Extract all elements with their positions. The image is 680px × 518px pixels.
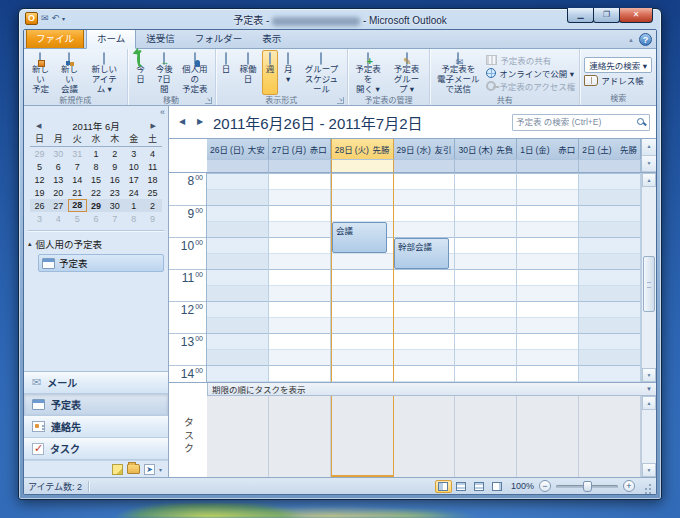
calendar-tree-item[interactable]: 予定表: [38, 254, 164, 272]
minical-day-cell[interactable]: 23: [105, 186, 124, 199]
minical-day-cell[interactable]: 10: [124, 160, 143, 173]
previous-month-icon[interactable]: ◀: [36, 122, 41, 130]
view-mode-rows-button[interactable]: [453, 480, 470, 493]
tab-folder[interactable]: フォルダー: [185, 29, 253, 48]
minical-day-cell[interactable]: 16: [105, 173, 124, 186]
zoom-in-button[interactable]: +: [623, 480, 635, 492]
minical-day-cell[interactable]: 19: [30, 186, 49, 199]
minical-day-cell[interactable]: 29: [30, 147, 49, 160]
task-day-cell[interactable]: [394, 396, 456, 477]
day-header-cell[interactable]: 27日(月)赤口: [269, 139, 331, 159]
minical-day-cell[interactable]: 17: [124, 173, 143, 186]
minical-day-cell[interactable]: 15: [87, 173, 106, 186]
minical-day-cell[interactable]: 6: [87, 212, 106, 225]
day-column[interactable]: [331, 173, 394, 382]
day-column[interactable]: [517, 173, 579, 382]
minical-day-cell[interactable]: 22: [87, 186, 106, 199]
nav-tasks-button[interactable]: タスク: [24, 438, 168, 460]
minical-day-cell[interactable]: 8: [124, 212, 143, 225]
allday-expand-up-icon[interactable]: ▲: [642, 139, 656, 156]
zoom-out-button[interactable]: −: [539, 480, 551, 492]
search-input[interactable]: [516, 117, 637, 127]
all-day-cell[interactable]: [394, 159, 456, 172]
publish-online-button[interactable]: オンラインで公開 ▾: [484, 67, 577, 79]
minical-day-cell[interactable]: 21: [68, 186, 87, 199]
minical-day-cell[interactable]: 7: [68, 160, 87, 173]
day-header-cell[interactable]: 30日(木)先負: [455, 139, 517, 159]
vertical-scrollbar[interactable]: ▲ ▼: [641, 173, 656, 382]
folder-list-icon[interactable]: [127, 464, 140, 474]
minical-day-cell[interactable]: 30: [105, 199, 124, 212]
minical-day-cell[interactable]: 29: [87, 199, 106, 212]
allday-expand-down-icon[interactable]: ▼: [642, 156, 656, 173]
task-header-chevron-icon[interactable]: ▼: [646, 386, 652, 392]
nav-calendar-button[interactable]: 予定表: [24, 394, 168, 416]
minical-day-cell[interactable]: 18: [143, 173, 162, 186]
titlebar[interactable]: O ✉ ↶ ▾ 予定表 - - Microsoft Outlook ▁ ❐ ✕: [19, 9, 661, 29]
work-week-view-button[interactable]: 稼働日: [234, 50, 262, 95]
view-mode-normal-button[interactable]: [435, 480, 452, 493]
maximize-button[interactable]: ❐: [593, 8, 620, 23]
day-column[interactable]: [394, 173, 456, 382]
all-day-cell[interactable]: [517, 159, 579, 172]
ribbon-collapse-icon[interactable]: ▲: [628, 37, 634, 43]
today-button[interactable]: 今日: [130, 50, 152, 95]
minical-day-cell[interactable]: 3: [124, 147, 143, 160]
all-day-cell[interactable]: [455, 159, 517, 172]
scroll-up-icon[interactable]: ▲: [642, 173, 656, 187]
minical-day-cell[interactable]: 12: [30, 173, 49, 186]
next-7-days-button[interactable]: → 今後 7日間: [151, 50, 177, 95]
minical-day-cell[interactable]: 9: [143, 212, 162, 225]
task-day-cell[interactable]: [331, 396, 394, 477]
minical-day-cell[interactable]: 20: [49, 186, 68, 199]
task-scroll-down-icon[interactable]: ▼: [642, 463, 656, 477]
open-calendar-button[interactable]: + 予定表を 開く ▾: [350, 50, 386, 95]
day-column[interactable]: [455, 173, 517, 382]
minical-day-cell[interactable]: 13: [49, 173, 68, 186]
minical-day-cell[interactable]: 1: [124, 199, 143, 212]
all-day-cell[interactable]: [269, 159, 331, 172]
minical-day-cell[interactable]: 5: [30, 160, 49, 173]
task-day-cell[interactable]: [579, 396, 641, 477]
find-contact-combo[interactable]: 連絡先の検索 ▾: [582, 57, 654, 73]
day-column[interactable]: [579, 173, 641, 382]
minical-day-cell[interactable]: 24: [124, 186, 143, 199]
minical-day-cell[interactable]: 11: [143, 160, 162, 173]
arrange-dialog-launcher-icon[interactable]: ↘: [337, 97, 344, 104]
minical-day-cell[interactable]: 6: [49, 160, 68, 173]
task-scrollbar[interactable]: ▲ ▼: [641, 396, 656, 477]
day-column[interactable]: [207, 173, 269, 382]
day-header-cell[interactable]: 29日(水)友引: [394, 139, 456, 159]
all-day-cell[interactable]: [579, 159, 641, 172]
my-calendar-button[interactable]: 個人用の 予定表: [177, 50, 213, 95]
task-list-header[interactable]: 期限の順にタスクを表示 ▼: [207, 383, 656, 396]
shortcuts-icon[interactable]: ➤: [144, 464, 155, 475]
day-header-cell[interactable]: 26日(日)大安: [207, 139, 269, 159]
resize-grip[interactable]: [642, 481, 652, 491]
new-meeting-button[interactable]: 新しい 会議: [55, 50, 84, 95]
minical-day-cell[interactable]: 3: [30, 212, 49, 225]
minical-day-cell[interactable]: 31: [68, 147, 87, 160]
configure-buttons-icon[interactable]: ▾: [159, 466, 162, 473]
address-book-button[interactable]: アドレス帳: [582, 74, 654, 86]
zoom-slider[interactable]: [556, 485, 618, 488]
tab-file[interactable]: ファイル: [26, 29, 84, 48]
new-appointment-button[interactable]: 新しい 予定: [26, 50, 55, 95]
view-mode-reading-button[interactable]: [489, 480, 506, 493]
schedule-view-button[interactable]: グループ スケジュール: [298, 50, 345, 95]
appointment[interactable]: 会議: [332, 222, 387, 253]
search-box[interactable]: [512, 114, 650, 131]
task-day-cell[interactable]: [455, 396, 517, 477]
all-day-cell[interactable]: [331, 159, 394, 172]
search-icon[interactable]: [637, 118, 646, 127]
expand-arrow-icon[interactable]: ▴: [28, 240, 32, 248]
minical-day-cell[interactable]: 5: [68, 212, 87, 225]
tab-send-receive[interactable]: 送受信: [136, 29, 185, 48]
zoom-slider-thumb[interactable]: [583, 481, 592, 492]
help-button[interactable]: ?: [639, 33, 652, 46]
minical-day-cell[interactable]: 8: [87, 160, 106, 173]
scrollbar-track[interactable]: [642, 187, 656, 368]
task-day-cell[interactable]: [207, 396, 269, 477]
day-column[interactable]: [269, 173, 331, 382]
month-view-button[interactable]: 月 ▾: [278, 50, 298, 95]
